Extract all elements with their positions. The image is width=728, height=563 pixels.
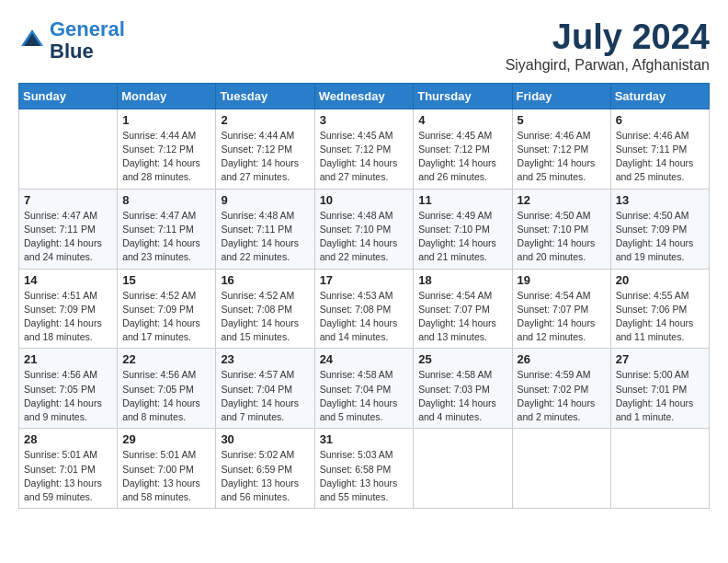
day-number: 10 [320,193,409,207]
day-number: 23 [221,352,309,366]
calendar-cell: 5Sunrise: 4:46 AM Sunset: 7:12 PM Daylig… [512,109,610,189]
day-info: Sunrise: 5:01 AM Sunset: 7:01 PM Dayligh… [24,448,112,504]
day-info: Sunrise: 5:03 AM Sunset: 6:58 PM Dayligh… [320,448,409,504]
weekday-header: Thursday [414,83,512,109]
calendar-cell: 26Sunrise: 4:59 AM Sunset: 7:02 PM Dayli… [512,349,610,429]
calendar-cell: 16Sunrise: 4:52 AM Sunset: 7:08 PM Dayli… [216,269,314,349]
day-number: 16 [221,273,309,287]
day-info: Sunrise: 4:47 AM Sunset: 7:11 PM Dayligh… [122,209,210,265]
page-header: General Blue July 2024 Siyahgird, Parwan… [18,18,710,74]
calendar-cell: 14Sunrise: 4:51 AM Sunset: 7:09 PM Dayli… [19,269,118,349]
day-number: 25 [418,352,506,366]
calendar-cell: 27Sunrise: 5:00 AM Sunset: 7:01 PM Dayli… [610,349,709,429]
weekday-header: Monday [118,83,216,109]
day-info: Sunrise: 4:55 AM Sunset: 7:06 PM Dayligh… [616,289,704,345]
calendar-cell: 4Sunrise: 4:45 AM Sunset: 7:12 PM Daylig… [414,109,512,189]
calendar-cell [19,109,118,189]
location: Siyahgird, Parwan, Afghanistan [506,57,710,74]
day-info: Sunrise: 4:51 AM Sunset: 7:09 PM Dayligh… [24,289,112,345]
calendar-cell: 1Sunrise: 4:44 AM Sunset: 7:12 PM Daylig… [118,109,216,189]
calendar-cell: 17Sunrise: 4:53 AM Sunset: 7:08 PM Dayli… [314,269,414,349]
calendar-header-row: SundayMondayTuesdayWednesdayThursdayFrid… [19,83,710,109]
day-info: Sunrise: 4:54 AM Sunset: 7:07 PM Dayligh… [418,289,506,345]
day-number: 30 [221,432,309,446]
calendar-cell: 25Sunrise: 4:58 AM Sunset: 7:03 PM Dayli… [414,349,512,429]
month-year: July 2024 [506,18,710,57]
day-info: Sunrise: 4:45 AM Sunset: 7:12 PM Dayligh… [418,129,506,185]
day-number: 4 [418,113,506,127]
calendar-cell: 3Sunrise: 4:45 AM Sunset: 7:12 PM Daylig… [314,109,414,189]
day-info: Sunrise: 4:53 AM Sunset: 7:08 PM Dayligh… [320,289,409,345]
day-number: 3 [320,113,409,127]
day-number: 9 [221,193,309,207]
logo-text: General Blue [50,18,125,63]
day-number: 22 [122,352,210,366]
day-number: 5 [518,113,606,127]
day-number: 15 [122,273,210,287]
calendar-cell: 24Sunrise: 4:58 AM Sunset: 7:04 PM Dayli… [314,349,414,429]
day-info: Sunrise: 4:58 AM Sunset: 7:03 PM Dayligh… [418,368,506,424]
calendar-cell: 6Sunrise: 4:46 AM Sunset: 7:11 PM Daylig… [610,109,709,189]
calendar-cell: 20Sunrise: 4:55 AM Sunset: 7:06 PM Dayli… [610,269,709,349]
day-info: Sunrise: 4:48 AM Sunset: 7:10 PM Dayligh… [320,209,409,265]
day-info: Sunrise: 4:54 AM Sunset: 7:07 PM Dayligh… [518,289,606,345]
day-number: 12 [518,193,606,207]
day-number: 24 [320,352,409,366]
calendar-cell: 18Sunrise: 4:54 AM Sunset: 7:07 PM Dayli… [414,269,512,349]
day-info: Sunrise: 4:46 AM Sunset: 7:12 PM Dayligh… [518,129,606,185]
calendar-week-row: 14Sunrise: 4:51 AM Sunset: 7:09 PM Dayli… [19,269,710,349]
day-info: Sunrise: 4:56 AM Sunset: 7:05 PM Dayligh… [24,368,112,424]
day-number: 21 [24,352,112,366]
title-block: July 2024 Siyahgird, Parwan, Afghanistan [506,18,710,74]
calendar-cell: 21Sunrise: 4:56 AM Sunset: 7:05 PM Dayli… [19,349,118,429]
calendar-cell: 15Sunrise: 4:52 AM Sunset: 7:09 PM Dayli… [118,269,216,349]
calendar-cell: 2Sunrise: 4:44 AM Sunset: 7:12 PM Daylig… [216,109,314,189]
calendar-cell: 30Sunrise: 5:02 AM Sunset: 6:59 PM Dayli… [216,429,314,509]
calendar-cell [610,429,709,509]
day-number: 28 [24,432,112,446]
day-info: Sunrise: 4:49 AM Sunset: 7:10 PM Dayligh… [418,209,506,265]
day-info: Sunrise: 5:02 AM Sunset: 6:59 PM Dayligh… [221,448,309,504]
calendar-week-row: 21Sunrise: 4:56 AM Sunset: 7:05 PM Dayli… [19,349,710,429]
day-number: 26 [518,352,606,366]
day-number: 1 [122,113,210,127]
day-info: Sunrise: 4:52 AM Sunset: 7:09 PM Dayligh… [122,289,210,345]
calendar-cell: 13Sunrise: 4:50 AM Sunset: 7:09 PM Dayli… [610,189,709,269]
day-info: Sunrise: 5:00 AM Sunset: 7:01 PM Dayligh… [616,368,704,424]
calendar-cell: 28Sunrise: 5:01 AM Sunset: 7:01 PM Dayli… [19,429,118,509]
weekday-header: Sunday [19,83,118,109]
day-number: 11 [418,193,506,207]
calendar-cell: 7Sunrise: 4:47 AM Sunset: 7:11 PM Daylig… [19,189,118,269]
calendar-cell: 19Sunrise: 4:54 AM Sunset: 7:07 PM Dayli… [512,269,610,349]
day-number: 14 [24,273,112,287]
calendar-cell: 12Sunrise: 4:50 AM Sunset: 7:10 PM Dayli… [512,189,610,269]
day-number: 31 [320,432,409,446]
day-info: Sunrise: 4:59 AM Sunset: 7:02 PM Dayligh… [518,368,606,424]
calendar-week-row: 28Sunrise: 5:01 AM Sunset: 7:01 PM Dayli… [19,429,710,509]
day-info: Sunrise: 4:56 AM Sunset: 7:05 PM Dayligh… [122,368,210,424]
day-number: 2 [221,113,309,127]
day-number: 19 [518,273,606,287]
day-info: Sunrise: 4:46 AM Sunset: 7:11 PM Dayligh… [616,129,704,185]
calendar-cell: 10Sunrise: 4:48 AM Sunset: 7:10 PM Dayli… [314,189,414,269]
day-number: 20 [616,273,704,287]
day-info: Sunrise: 4:58 AM Sunset: 7:04 PM Dayligh… [320,368,409,424]
calendar-cell: 29Sunrise: 5:01 AM Sunset: 7:00 PM Dayli… [118,429,216,509]
day-info: Sunrise: 4:44 AM Sunset: 7:12 PM Dayligh… [221,129,309,185]
day-number: 17 [320,273,409,287]
calendar-cell: 11Sunrise: 4:49 AM Sunset: 7:10 PM Dayli… [414,189,512,269]
weekday-header: Saturday [610,83,709,109]
calendar-week-row: 7Sunrise: 4:47 AM Sunset: 7:11 PM Daylig… [19,189,710,269]
calendar-cell: 9Sunrise: 4:48 AM Sunset: 7:11 PM Daylig… [216,189,314,269]
day-info: Sunrise: 4:44 AM Sunset: 7:12 PM Dayligh… [122,129,210,185]
day-info: Sunrise: 4:50 AM Sunset: 7:10 PM Dayligh… [518,209,606,265]
calendar-week-row: 1Sunrise: 4:44 AM Sunset: 7:12 PM Daylig… [19,109,710,189]
calendar-cell: 23Sunrise: 4:57 AM Sunset: 7:04 PM Dayli… [216,349,314,429]
calendar-cell [414,429,512,509]
day-info: Sunrise: 4:48 AM Sunset: 7:11 PM Dayligh… [221,209,309,265]
logo-icon [18,27,46,54]
day-number: 7 [24,193,112,207]
weekday-header: Tuesday [216,83,314,109]
day-info: Sunrise: 4:50 AM Sunset: 7:09 PM Dayligh… [616,209,704,265]
day-number: 18 [418,273,506,287]
